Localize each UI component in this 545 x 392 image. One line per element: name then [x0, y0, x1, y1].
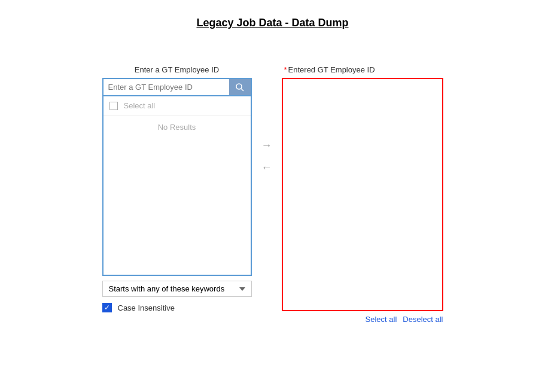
case-insensitive-label: Case Insensitive — [118, 303, 175, 312]
move-left-button[interactable]: ← — [257, 159, 277, 177]
employee-id-input-label: Enter a GT Employee ID — [135, 65, 219, 74]
keyword-dropdown[interactable]: Starts with any of these keywords Contai… — [102, 281, 252, 297]
search-icon — [235, 83, 245, 92]
right-actions: Select all Deselect all — [366, 315, 443, 324]
right-panel: *Entered GT Employee ID Select all Desel… — [282, 65, 443, 324]
case-insensitive-checkbox[interactable]: ✓ — [102, 303, 112, 312]
checkbox-checkmark: ✓ — [104, 304, 110, 311]
arrow-panel: → ← — [252, 65, 282, 177]
select-all-label[interactable]: Select all — [124, 101, 156, 110]
svg-point-0 — [236, 84, 242, 89]
select-all-row: Select all — [103, 96, 251, 116]
left-panel: Enter a GT Employee ID Select all No Res… — [102, 65, 252, 312]
select-all-checkbox[interactable] — [109, 102, 118, 110]
required-star: * — [284, 65, 287, 74]
entered-id-label: *Entered GT Employee ID — [284, 65, 375, 74]
no-results-text: No Results — [103, 116, 251, 139]
page-title: Legacy Job Data - Data Dump — [196, 17, 348, 29]
deselect-all-right-button[interactable]: Deselect all — [403, 315, 443, 324]
employee-id-search-input[interactable] — [103, 79, 229, 95]
search-container — [102, 78, 252, 96]
entered-id-list — [282, 78, 443, 311]
svg-line-1 — [241, 89, 243, 91]
keyword-dropdown-container: Starts with any of these keywords Contai… — [102, 281, 252, 297]
left-list-container: Select all No Results — [102, 96, 252, 276]
case-insensitive-row: ✓ Case Insensitive — [102, 303, 252, 312]
move-right-button[interactable]: → — [257, 137, 277, 154]
entered-id-label-text: Entered GT Employee ID — [288, 65, 375, 74]
select-all-right-button[interactable]: Select all — [366, 315, 397, 324]
search-button[interactable] — [229, 79, 251, 95]
